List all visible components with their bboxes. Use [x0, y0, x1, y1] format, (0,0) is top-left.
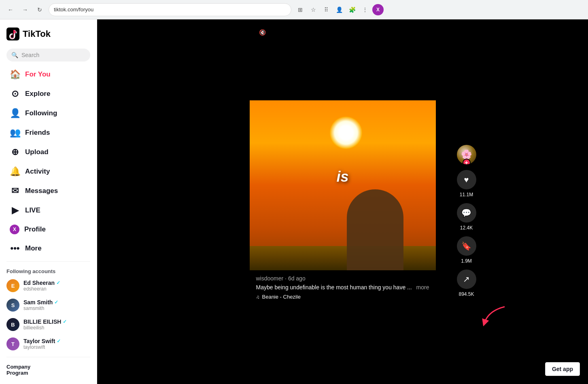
account-item-billie[interactable]: B BILLIE EILISH ✓ billieeilish — [0, 315, 97, 334]
account-avatar-taylor: T — [6, 337, 19, 350]
video-music[interactable]: ♫ Beanie - Chezile — [256, 294, 429, 300]
following-accounts-header: Following accounts — [0, 265, 97, 276]
like-count: 11.1M — [460, 192, 473, 197]
mute-icon: 🔇 — [259, 29, 266, 36]
heart-icon: ♥ — [464, 175, 469, 185]
company-link[interactable]: Company — [6, 364, 90, 370]
avatar-initial-billie: B — [6, 318, 19, 331]
action-share: ↗ 894.5K — [457, 269, 476, 297]
search-bar[interactable]: 🔍 Search — [6, 49, 90, 62]
sidebar-divider-2 — [6, 357, 90, 357]
account-name-sam: Sam Smith ✓ — [23, 299, 58, 306]
action-save: 🔖 1.9M — [457, 236, 476, 264]
sidebar-item-live[interactable]: ▶ LIVE — [3, 201, 93, 220]
account-item-sam[interactable]: S Sam Smith ✓ samsmith — [0, 295, 97, 315]
account-handle-ed: edsheeran — [23, 286, 60, 292]
star-button[interactable]: ☆ — [308, 4, 319, 15]
get-app-button[interactable]: Get app — [545, 362, 580, 376]
video-info: wisdoomer · 6d ago Maybe being undefinab… — [250, 270, 436, 303]
home-icon: 🏠 — [10, 69, 20, 80]
video-top-section: 🔇 — [250, 19, 436, 100]
apps-button[interactable]: ⠿ — [321, 4, 332, 15]
account-info-taylor: Taylor Swift ✓ taylorswift — [23, 338, 61, 350]
sidebar-item-following[interactable]: 👤 Following — [3, 104, 93, 123]
sidebar-item-for-you[interactable]: 🏠 For You — [3, 65, 93, 84]
sidebar-item-upload[interactable]: ⊕ Upload — [3, 143, 93, 161]
program-link[interactable]: Program — [6, 370, 90, 376]
share-button[interactable]: ↗ — [457, 269, 476, 289]
sidebar-item-activity[interactable]: 🔔 Activity — [3, 162, 93, 181]
sidebar-item-friends[interactable]: 👥 Friends — [3, 123, 93, 142]
right-actions-panel: 🌸 + ♥ 11.1M 💬 12.4K — [457, 145, 476, 297]
verified-badge-ed: ✓ — [56, 280, 60, 286]
account-item-ed[interactable]: E Ed Sheeran ✓ edsheeran — [0, 276, 97, 295]
sidebar-item-messages[interactable]: ✉ Messages — [3, 182, 93, 200]
comment-button[interactable]: 💬 — [457, 203, 476, 223]
url-bar[interactable]: tiktok.com/foryou — [49, 3, 291, 16]
profile-button-1[interactable]: 👤 — [333, 4, 345, 15]
follow-plus-button[interactable]: + — [463, 159, 471, 164]
verified-badge-taylor: ✓ — [57, 338, 61, 344]
action-like: ♥ 11.1M — [457, 170, 476, 197]
video-more-button[interactable]: more — [416, 284, 429, 291]
action-profile: 🌸 + — [457, 145, 476, 164]
extensions-button[interactable]: ⊞ — [295, 4, 306, 15]
sidebar-item-profile[interactable]: X Profile — [3, 221, 93, 238]
sidebar-item-label-messages: Messages — [25, 187, 58, 195]
video-author: wisdoomer · 6d ago — [256, 275, 429, 282]
sidebar: TikTok 🔍 Search 🏠 For You ⊙ Explore 👤 Fo… — [0, 19, 97, 384]
comment-count: 12.4K — [460, 225, 473, 231]
account-handle-sam: samsmith — [23, 306, 58, 311]
sidebar-item-more[interactable]: ••• More — [3, 239, 93, 258]
account-handle-billie: billieeilish — [23, 325, 67, 331]
save-button[interactable]: 🔖 — [457, 236, 476, 256]
music-track: Beanie - Chezile — [262, 294, 301, 300]
search-placeholder: Search — [21, 52, 39, 58]
forward-button[interactable]: → — [19, 4, 31, 15]
extensions-icon[interactable]: 🧩 — [346, 4, 358, 15]
settings-button[interactable]: ⋮ — [359, 4, 371, 15]
live-icon: ▶ — [10, 205, 20, 216]
video-sun — [330, 117, 362, 149]
sidebar-footer: Company Program — [0, 361, 97, 379]
mute-button[interactable]: 🔇 — [256, 26, 269, 39]
main-content: 🔇 is wisdoomer · 6d ago — [97, 19, 588, 384]
sidebar-item-label-live: LIVE — [25, 206, 40, 214]
upload-icon: ⊕ — [10, 147, 20, 157]
video-player[interactable]: 🔇 is wisdoomer · 6d ago — [250, 19, 436, 303]
video-thumbnail[interactable]: is — [250, 100, 436, 270]
creator-avatar[interactable]: 🌸 + — [457, 145, 476, 164]
account-info-sam: Sam Smith ✓ samsmith — [23, 299, 58, 311]
account-info-ed: Ed Sheeran ✓ edsheeran — [23, 280, 60, 292]
browser-chrome: ← → ↻ tiktok.com/foryou ⊞ ☆ ⠿ 👤 🧩 ⋮ X — [0, 0, 588, 19]
account-name-ed: Ed Sheeran ✓ — [23, 280, 60, 286]
video-desc-text: Maybe being undefinable is the most huma… — [256, 284, 413, 291]
messages-icon: ✉ — [10, 186, 20, 196]
sidebar-item-label-more: More — [25, 244, 42, 252]
sidebar-item-label-activity: Activity — [25, 168, 50, 176]
explore-icon: ⊙ — [10, 89, 20, 99]
verified-badge-sam: ✓ — [54, 299, 58, 305]
arrow-indicator — [480, 303, 513, 329]
comment-icon: 💬 — [461, 208, 471, 218]
sidebar-item-label-for-you: For You — [25, 70, 51, 78]
account-avatar-sam: S — [6, 299, 19, 312]
logo-area[interactable]: TikTok — [0, 23, 97, 47]
video-description: Maybe being undefinable is the most huma… — [256, 284, 429, 291]
following-icon: 👤 — [10, 108, 20, 119]
account-avatar-billie: B — [6, 318, 19, 331]
music-icon: ♫ — [256, 294, 260, 300]
profile-nav-icon: X — [10, 225, 19, 234]
like-button[interactable]: ♥ — [457, 170, 476, 189]
verified-badge-billie: ✓ — [63, 319, 67, 325]
arrow-svg — [480, 303, 513, 327]
avatar-initial-sam: S — [6, 299, 19, 312]
refresh-button[interactable]: ↻ — [34, 4, 45, 15]
activity-icon: 🔔 — [10, 166, 20, 177]
back-button[interactable]: ← — [5, 4, 16, 15]
sidebar-item-explore[interactable]: ⊙ Explore — [3, 85, 93, 103]
share-icon: ↗ — [463, 274, 470, 284]
account-item-taylor[interactable]: T Taylor Swift ✓ taylorswift — [0, 334, 97, 354]
account-name-taylor: Taylor Swift ✓ — [23, 338, 61, 344]
user-avatar[interactable]: X — [372, 4, 384, 15]
